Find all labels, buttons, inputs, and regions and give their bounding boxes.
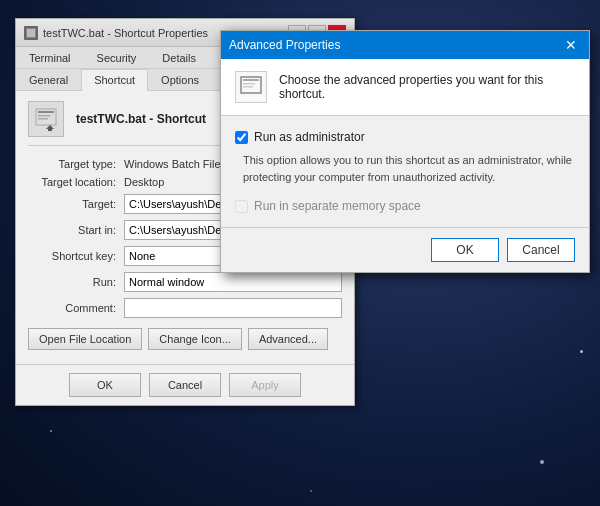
- tab-details[interactable]: Details: [149, 47, 209, 68]
- target-location-label: Target location:: [28, 176, 124, 188]
- run-as-admin-row: Run as administrator: [235, 130, 575, 144]
- ok-button[interactable]: OK: [69, 373, 141, 397]
- comment-row: Comment:: [28, 298, 342, 318]
- run-as-admin-checkbox[interactable]: [235, 131, 248, 144]
- svg-rect-10: [243, 86, 253, 88]
- svg-rect-9: [243, 83, 255, 85]
- tab-terminal[interactable]: Terminal: [16, 47, 84, 68]
- target-location-value: Desktop: [124, 176, 164, 188]
- advanced-header-icon: [235, 71, 267, 103]
- svg-rect-8: [243, 79, 259, 81]
- advanced-ok-button[interactable]: OK: [431, 238, 499, 262]
- svg-rect-4: [38, 115, 50, 117]
- tab-shortcut[interactable]: Shortcut: [81, 69, 148, 91]
- advanced-cancel-button[interactable]: Cancel: [507, 238, 575, 262]
- window-title-left: testTWC.bat - Shortcut Properties: [24, 26, 208, 40]
- target-type-label: Target type:: [28, 158, 124, 170]
- run-label: Run:: [28, 276, 124, 288]
- cancel-button[interactable]: Cancel: [149, 373, 221, 397]
- svg-rect-5: [38, 118, 48, 120]
- target-label: Target:: [28, 198, 124, 210]
- target-type-value: Windows Batch File: [124, 158, 221, 170]
- svg-rect-1: [27, 29, 35, 37]
- start-in-label: Start in:: [28, 224, 124, 236]
- advanced-properties-dialog: Advanced Properties ✕ Choose the advance…: [220, 30, 590, 273]
- advanced-close-button[interactable]: ✕: [561, 36, 581, 54]
- shortcut-name: testTWC.bat - Shortcut: [76, 112, 206, 126]
- run-separate-memory-label: Run in separate memory space: [254, 199, 421, 213]
- comment-input[interactable]: [124, 298, 342, 318]
- run-separate-memory-row: Run in separate memory space: [235, 199, 575, 213]
- tab-security[interactable]: Security: [84, 47, 150, 68]
- advanced-dialog-header: Choose the advanced properties you want …: [221, 59, 589, 116]
- advanced-dialog-title: Advanced Properties: [229, 38, 340, 52]
- change-icon-button[interactable]: Change Icon...: [148, 328, 242, 350]
- action-buttons: Open File Location Change Icon... Advanc…: [28, 328, 342, 350]
- advanced-dialog-titlebar: Advanced Properties ✕: [221, 31, 589, 59]
- advanced-dialog-footer: OK Cancel: [221, 227, 589, 272]
- advanced-dialog-body: Run as administrator This option allows …: [221, 116, 589, 227]
- svg-rect-3: [38, 111, 54, 113]
- run-as-admin-label: Run as administrator: [254, 130, 365, 144]
- advanced-button[interactable]: Advanced...: [248, 328, 328, 350]
- run-as-admin-description: This option allows you to run this short…: [243, 152, 575, 185]
- comment-label: Comment:: [28, 302, 124, 314]
- bottom-buttons: OK Cancel Apply: [16, 364, 354, 405]
- shortcut-key-label: Shortcut key:: [28, 250, 124, 262]
- apply-button[interactable]: Apply: [229, 373, 301, 397]
- run-row: Run:: [28, 272, 342, 292]
- shortcut-window-title: testTWC.bat - Shortcut Properties: [43, 27, 208, 39]
- advanced-header-text: Choose the advanced properties you want …: [279, 73, 575, 101]
- svg-marker-6: [46, 125, 54, 131]
- run-separate-memory-checkbox: [235, 200, 248, 213]
- open-file-location-button[interactable]: Open File Location: [28, 328, 142, 350]
- shortcut-window-icon: [24, 26, 38, 40]
- shortcut-icon: [28, 101, 64, 137]
- tab-general[interactable]: General: [16, 69, 81, 90]
- tab-options[interactable]: Options: [148, 69, 212, 90]
- run-input[interactable]: [124, 272, 342, 292]
